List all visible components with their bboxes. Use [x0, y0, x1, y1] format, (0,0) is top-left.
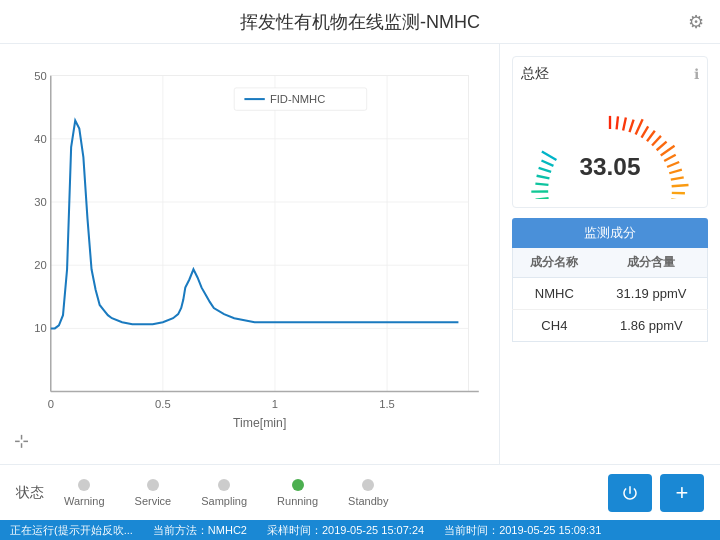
gauge-tick — [535, 184, 548, 185]
status-item-standby: Standby — [348, 479, 388, 507]
status-item-service: Service — [135, 479, 172, 507]
current-time-info: 当前时间：2019-05-25 15:09:31 — [444, 523, 601, 538]
measurements-section: 监测成分 成分名称 成分含量 NMHC 31.19 ppmVCH4 1.86 p… — [512, 218, 708, 452]
table-row: CH4 1.86 ppmV — [513, 310, 708, 342]
svg-text:40: 40 — [34, 133, 46, 145]
method-label: 当前方法： — [153, 524, 208, 536]
status-label-service: Service — [135, 495, 172, 507]
status-dot-standby — [362, 479, 374, 491]
gauge-tick — [536, 198, 549, 199]
method-info: 当前方法：NMHC2 — [153, 523, 247, 538]
gauge-tick — [623, 118, 626, 131]
running-text: 正在运行(提示开始反吹... — [10, 523, 133, 538]
status-item-sampling: Sampling — [201, 479, 247, 507]
status-dot-sampling — [218, 479, 230, 491]
chart-svg: 50 40 30 20 10 0 0.5 1 1.5 Time[min] FID… — [10, 54, 489, 454]
gauge-tick — [669, 170, 682, 174]
status-dot-warning — [78, 479, 90, 491]
gauge-tick — [661, 146, 675, 156]
add-button[interactable]: + — [660, 474, 704, 512]
svg-text:33.05: 33.05 — [580, 153, 641, 180]
status-buttons: + — [608, 474, 704, 512]
drag-icon: ⊹ — [14, 430, 29, 452]
status-bar: 状态 WarningServiceSamplingRunningStandby … — [0, 464, 720, 520]
status-items: WarningServiceSamplingRunningStandby — [64, 479, 608, 507]
table-row: NMHC 31.19 ppmV — [513, 278, 708, 310]
col-name-header: 成分名称 — [513, 248, 596, 278]
svg-text:1.5: 1.5 — [379, 398, 395, 410]
gauge-title: 总烃 — [521, 65, 549, 83]
gauge-tick — [636, 119, 643, 134]
measurements-header: 监测成分 — [512, 218, 708, 248]
gauge-container: 33.05 — [521, 89, 699, 199]
gauge-tick — [539, 168, 551, 172]
status-item-running: Running — [277, 479, 318, 507]
gauge-tick — [542, 151, 557, 159]
sample-time-value: 2019-05-25 15:07:24 — [322, 524, 424, 536]
gauge-tick — [657, 142, 667, 151]
table-header-row: 成分名称 成分含量 — [513, 248, 708, 278]
gauge-tick — [671, 177, 684, 179]
svg-text:Time[min]: Time[min] — [233, 416, 286, 430]
status-item-warning: Warning — [64, 479, 105, 507]
gauge-tick — [652, 136, 661, 146]
svg-text:50: 50 — [34, 70, 46, 82]
app-title: 挥发性有机物在线监测-NMHC — [240, 10, 480, 34]
status-dot-running — [292, 479, 304, 491]
chart-area: 50 40 30 20 10 0 0.5 1 1.5 Time[min] FID… — [0, 44, 500, 464]
right-panel: 总烃 ℹ — [500, 44, 720, 464]
sample-time-info: 采样时间：2019-05-25 15:07:24 — [267, 523, 424, 538]
gauge-tick — [647, 131, 655, 142]
gauge-tick — [537, 176, 550, 179]
gauge-tick — [541, 161, 553, 166]
gauge-tick — [667, 162, 679, 167]
method-value: NMHC2 — [208, 524, 247, 536]
gauge-tick — [617, 116, 618, 129]
gauge-tick — [641, 126, 648, 137]
gauge-tick — [629, 120, 633, 132]
status-label: 状态 — [16, 484, 44, 502]
status-label-sampling: Sampling — [201, 495, 247, 507]
svg-text:FID-NMHC: FID-NMHC — [270, 93, 325, 105]
component-name: NMHC — [513, 278, 596, 310]
component-name: CH4 — [513, 310, 596, 342]
col-amount-header: 成分含量 — [596, 248, 708, 278]
component-amount: 1.86 ppmV — [596, 310, 708, 342]
svg-text:0: 0 — [48, 398, 54, 410]
app-header: 挥发性有机物在线监测-NMHC ⚙ — [0, 0, 720, 44]
main-content: 50 40 30 20 10 0 0.5 1 1.5 Time[min] FID… — [0, 44, 720, 464]
status-label-warning: Warning — [64, 495, 105, 507]
info-icon[interactable]: ℹ — [694, 66, 699, 82]
measurements-table: 成分名称 成分含量 NMHC 31.19 ppmVCH4 1.86 ppmV — [512, 248, 708, 342]
gear-icon[interactable]: ⚙ — [688, 11, 704, 33]
component-amount: 31.19 ppmV — [596, 278, 708, 310]
status-label-running: Running — [277, 495, 318, 507]
svg-text:1: 1 — [272, 398, 278, 410]
sample-time-label: 采样时间： — [267, 524, 322, 536]
svg-text:30: 30 — [34, 196, 46, 208]
gauge-header: 总烃 ℹ — [521, 65, 699, 83]
power-button[interactable] — [608, 474, 652, 512]
gauge-section: 总烃 ℹ — [512, 56, 708, 208]
svg-text:20: 20 — [34, 259, 46, 271]
current-time-label: 当前时间： — [444, 524, 499, 536]
status-dot-service — [147, 479, 159, 491]
gauge-tick — [672, 185, 689, 186]
status-label-standby: Standby — [348, 495, 388, 507]
gauge-tick — [664, 155, 675, 161]
svg-text:10: 10 — [34, 322, 46, 334]
power-icon — [621, 484, 639, 502]
svg-text:0.5: 0.5 — [155, 398, 171, 410]
current-time-value: 2019-05-25 15:09:31 — [499, 524, 601, 536]
gauge-svg: 33.05 — [521, 89, 699, 199]
bottom-bar: 正在运行(提示开始反吹... 当前方法：NMHC2 采样时间：2019-05-2… — [0, 520, 720, 540]
svg-rect-0 — [51, 76, 469, 392]
